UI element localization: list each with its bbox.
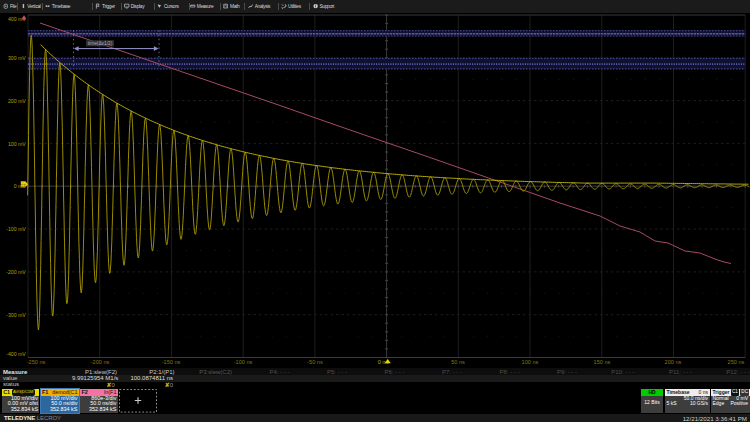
svg-text:C1: C1	[21, 183, 27, 188]
svg-text:50 ns: 50 ns	[451, 359, 465, 365]
svg-text:-50 ns: -50 ns	[307, 359, 323, 365]
svg-text:300 mV: 300 mV	[8, 55, 26, 61]
svg-text:-150 ns: -150 ns	[162, 359, 181, 365]
svg-text:-300 mV: -300 mV	[6, 312, 26, 318]
svg-text:250 ns: 250 ns	[728, 359, 745, 365]
svg-text:-400 mV: -400 mV	[6, 351, 26, 357]
svg-text:200 ns: 200 ns	[665, 359, 682, 365]
svg-text:time(Δv1/2): time(Δv1/2)	[88, 41, 113, 46]
svg-text:-200 mV: -200 mV	[6, 269, 26, 275]
svg-text:-100 mV: -100 mV	[6, 226, 26, 232]
svg-text:-100 ns: -100 ns	[234, 359, 253, 365]
svg-text:-200 ns: -200 ns	[91, 359, 110, 365]
svg-text:200 mV: 200 mV	[8, 98, 26, 104]
svg-text:150 ns: 150 ns	[594, 359, 611, 365]
svg-text:-250 ns: -250 ns	[27, 359, 46, 365]
svg-text:100 ns: 100 ns	[522, 359, 539, 365]
svg-text:100 mV: 100 mV	[8, 141, 26, 147]
